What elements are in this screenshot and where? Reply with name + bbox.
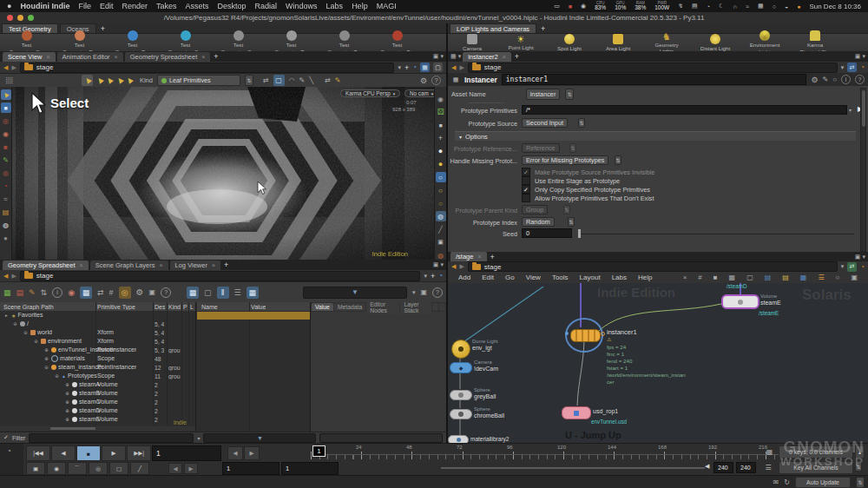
plug-icon[interactable]: ↯: [678, 3, 683, 10]
tool-grid-icon[interactable]: ⣿⣿: [5, 77, 12, 84]
touchid-icon[interactable]: ◉: [581, 3, 586, 10]
move-tool-icon[interactable]: ■: [1, 142, 11, 152]
keys-info-button[interactable]: 0 keys, 0.0 channels: [779, 445, 853, 458]
prim-red-icon[interactable]: ▤: [16, 288, 24, 297]
gsheet-filter-field[interactable]: ▼: [303, 287, 407, 299]
pane-menu-icon[interactable]: ▾: [440, 53, 444, 60]
scrollbar-thumb[interactable]: [862, 90, 865, 127]
add-view-icon[interactable]: +: [436, 133, 446, 143]
pin-pane-icon[interactable]: +: [431, 272, 435, 280]
node-devcam[interactable]: ◆: [450, 362, 472, 373]
filter-extra-field[interactable]: [319, 433, 443, 443]
close-icon[interactable]: ×: [80, 262, 83, 268]
checker-sphere-icon[interactable]: ◍: [436, 211, 446, 221]
light-a-icon[interactable]: ○: [436, 185, 446, 195]
tree-row-envtunnel-instancer[interactable]: ⊕envTunnel_instancerPointInstancer5, 3gr…: [0, 346, 195, 354]
col-des[interactable]: Des: [155, 304, 165, 310]
proto-source-stepper[interactable]: ⇅: [578, 118, 585, 128]
scenegraph-view-icon[interactable]: ▦: [80, 287, 92, 299]
power-stat[interactable]: PWR100W: [654, 2, 669, 11]
record-icon[interactable]: ■: [569, 3, 572, 10]
prev-key-button[interactable]: ◀: [227, 446, 243, 460]
gpu-stat[interactable]: GPU10%: [615, 2, 626, 11]
scrollbar-thumb[interactable]: [50, 427, 95, 430]
filter-dropdown-icon[interactable]: ▾: [197, 435, 200, 441]
search-icon[interactable]: ○: [773, 3, 776, 10]
lasso-select-icon[interactable]: ◠: [289, 76, 295, 84]
gear-icon[interactable]: ⚙: [136, 287, 144, 297]
wand-tool-icon[interactable]: ≈: [1, 194, 11, 204]
headphones-icon[interactable]: ∩: [733, 3, 737, 10]
go-start-button[interactable]: |◀◀: [26, 445, 50, 461]
maximize-pane-icon[interactable]: ▣: [855, 53, 861, 60]
sliders-icon[interactable]: ✎: [822, 76, 828, 83]
extra-tool-icon[interactable]: ●: [1, 233, 11, 243]
burger-icon[interactable]: ☰: [818, 274, 824, 281]
pane-menu-icon[interactable]: ▾: [440, 261, 444, 268]
maximize-pane-icon[interactable]: ▣: [433, 261, 439, 268]
rows-icon[interactable]: ☰: [234, 288, 241, 297]
forward-icon[interactable]: ▶: [11, 273, 16, 280]
rotate-tool-icon[interactable]: ◔: [1, 181, 11, 191]
light-b-icon[interactable]: ○: [436, 198, 446, 208]
inspector-extra-tab-2[interactable]: [439, 303, 445, 311]
range-start-field[interactable]: 1: [222, 462, 279, 475]
wrench-icon[interactable]: ×: [683, 274, 687, 281]
tree-row-steamE[interactable]: ⊕steamEVolume2: [0, 415, 195, 424]
col-value[interactable]: Value: [251, 304, 266, 310]
node-usd-rop1[interactable]: [562, 406, 591, 419]
handles-icon[interactable]: ◎: [1, 115, 11, 126]
network-path-field[interactable]: stage: [468, 261, 838, 272]
select-tool-icon[interactable]: ▶: [82, 75, 93, 86]
key-all-channels-dropdown[interactable]: Key All Channels: [779, 461, 853, 474]
next-key-button[interactable]: ▶: [244, 446, 260, 460]
network-canvas[interactable]: Indie Edition Solaris Dome Light env_lgt…: [448, 283, 868, 443]
message-icon[interactable]: ✉: [773, 478, 779, 486]
tab-geometry-spreadsheet[interactable]: Geometry Spreadsheet×: [125, 52, 211, 62]
mixer-icon[interactable]: ⇅: [41, 288, 48, 297]
tree-row-steamD[interactable]: ⊕steamDVolume2: [0, 406, 195, 415]
tree-row-world[interactable]: ⊖worldXform5, 4: [0, 328, 195, 337]
net-menu-layout[interactable]: Layout: [580, 274, 601, 281]
menubar-clock[interactable]: Sun Dec 8 10:36: [809, 3, 861, 10]
add-network-tab-button[interactable]: +: [490, 253, 495, 261]
forward-icon[interactable]: ▶: [459, 263, 464, 270]
playback-start-field[interactable]: 1: [281, 462, 339, 475]
node-env-lgt[interactable]: [451, 340, 470, 359]
tree-row-steamC[interactable]: ⊕steamCVolume2: [0, 398, 195, 406]
playback-end-field[interactable]: 240: [713, 462, 733, 473]
tab-animation-editor[interactable]: Animation Editor×: [57, 52, 123, 62]
menu-windows[interactable]: Windows: [286, 2, 318, 10]
add-shelf-tab-button-right[interactable]: +: [541, 24, 545, 33]
range-next-icon[interactable]: ▶: [184, 463, 198, 474]
lock-icon[interactable]: ■: [1, 102, 11, 113]
col-name[interactable]: Name: [201, 304, 218, 310]
white-sphere-icon[interactable]: ●: [436, 146, 446, 156]
seed-field[interactable]: 0: [522, 228, 572, 238]
menu-assets[interactable]: Assets: [186, 2, 209, 10]
grid-view-icon[interactable]: ▦: [247, 287, 259, 299]
menu-magi[interactable]: MAGI: [377, 2, 397, 10]
path-dropdown-icon[interactable]: ▾: [841, 64, 845, 71]
gear-icon[interactable]: ⚙: [420, 76, 427, 85]
link-globe-icon[interactable]: ◔: [412, 63, 417, 71]
wifi-icon[interactable]: ≈: [746, 3, 749, 10]
scrub-icon[interactable]: ◉: [47, 462, 66, 475]
asset-name-stepper[interactable]: ⇅: [565, 89, 574, 100]
dotted-range-icon[interactable]: ▢: [109, 462, 128, 475]
box-select-icon[interactable]: ▢: [273, 75, 285, 86]
help-icon[interactable]: ?: [161, 287, 171, 298]
add-pane-tab-button[interactable]: +: [214, 52, 218, 61]
menu-render[interactable]: Render: [122, 2, 148, 10]
add-pane-tab-button[interactable]: +: [224, 260, 228, 269]
maximize-pane-icon[interactable]: ▣: [855, 254, 861, 260]
key-all-stepper[interactable]: ⇅: [855, 462, 862, 472]
play-button[interactable]: ▶: [102, 445, 126, 461]
tab-geometry-spreadsheet-pane[interactable]: Geometry Spreadsheet×: [3, 260, 89, 270]
normals-icon[interactable]: ╱: [436, 224, 446, 234]
back-icon[interactable]: ◀: [3, 273, 8, 280]
playbar-options-icon[interactable]: ◔: [7, 447, 11, 455]
params-path-field[interactable]: stage: [468, 63, 838, 73]
layers-tool-icon[interactable]: ▤: [1, 207, 11, 217]
tree-hscrollbar[interactable]: [0, 426, 195, 431]
